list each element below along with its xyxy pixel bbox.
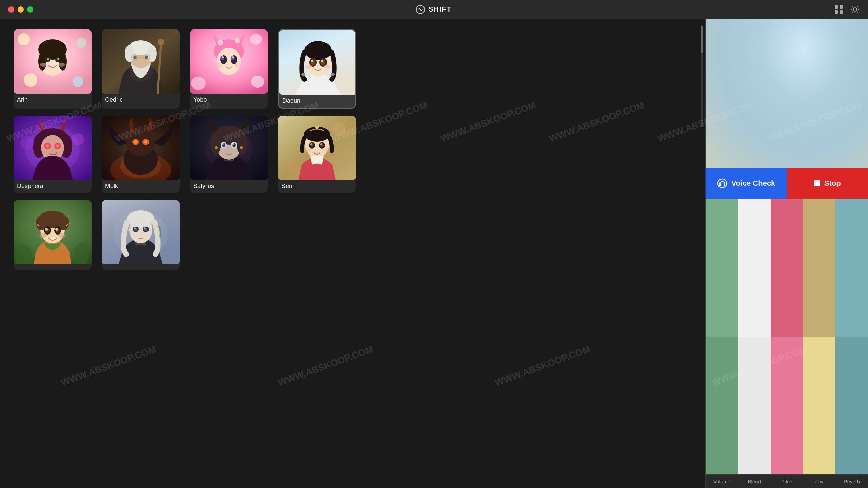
- svg-point-78: [20, 136, 34, 149]
- svg-rect-178: [724, 183, 725, 186]
- color-joy-2[interactable]: [803, 337, 835, 474]
- svg-point-144: [127, 229, 129, 231]
- svg-point-168: [794, 77, 807, 92]
- character-name-cedric: Cedric: [102, 94, 180, 107]
- svg-point-76: [46, 144, 49, 148]
- svg-rect-147: [801, 19, 868, 114]
- scrollbar-thumb[interactable]: [701, 26, 703, 53]
- stop-icon: [814, 180, 820, 186]
- headphone-icon: [717, 178, 727, 188]
- color-volume-1[interactable]: [706, 199, 738, 337]
- color-blend-2[interactable]: [738, 337, 771, 474]
- svg-point-94: [237, 132, 248, 155]
- main-layout: Arin: [0, 19, 868, 488]
- character-card-elf1[interactable]: [14, 200, 92, 270]
- app-title-area: SHIFT: [416, 5, 452, 14]
- character-name-elf1: [14, 264, 92, 270]
- svg-point-9: [24, 73, 37, 87]
- svg-point-175: [813, 80, 821, 90]
- svg-point-77: [56, 144, 59, 148]
- svg-point-20: [58, 63, 65, 67]
- color-pitch-2[interactable]: [771, 337, 803, 474]
- character-card-yobo[interactable]: Yobo: [190, 29, 268, 109]
- character-name-molk: Molk: [102, 180, 180, 193]
- svg-point-35: [191, 77, 206, 90]
- color-pitch-1[interactable]: [771, 199, 803, 337]
- svg-point-135: [127, 210, 154, 227]
- molk-image: [102, 116, 180, 180]
- character-card-arin[interactable]: Arin: [14, 29, 92, 109]
- stop-button[interactable]: Stop: [787, 168, 868, 199]
- svg-point-87: [134, 140, 137, 144]
- svg-point-165: [768, 78, 774, 84]
- svg-point-58: [301, 73, 305, 76]
- elf1-image: [14, 200, 92, 264]
- arin-image: [14, 29, 92, 94]
- character-card-satyrus[interactable]: Satyrus: [190, 116, 268, 193]
- svg-point-104: [332, 122, 346, 136]
- voice-check-button[interactable]: Voice Check: [706, 168, 787, 199]
- svg-point-130: [39, 233, 47, 238]
- svg-point-84: [126, 129, 155, 156]
- svg-point-14: [59, 52, 67, 71]
- action-buttons: Voice Check Stop: [706, 168, 868, 199]
- character-card-cedric[interactable]: Cedric: [102, 29, 180, 109]
- color-joy-1[interactable]: [803, 199, 835, 337]
- svg-point-114: [320, 143, 322, 145]
- character-grid-container[interactable]: Arin: [0, 19, 698, 488]
- character-card-serin[interactable]: Serin: [278, 116, 356, 193]
- label-blend: Blend: [738, 475, 771, 488]
- character-card-molk[interactable]: Molk: [102, 116, 180, 193]
- svg-point-173: [803, 92, 818, 101]
- daeun-image: [279, 30, 356, 95]
- svg-point-51: [222, 56, 224, 58]
- svg-point-172: [756, 92, 771, 101]
- color-blend-1[interactable]: [738, 199, 771, 337]
- svg-rect-4: [840, 10, 843, 14]
- svg-rect-1: [835, 5, 838, 9]
- grid-view-icon[interactable]: [834, 5, 844, 14]
- svg-point-13: [38, 52, 46, 71]
- minimize-button[interactable]: [18, 6, 24, 13]
- svg-point-108: [315, 126, 319, 129]
- svg-point-10: [73, 76, 83, 87]
- scrollbar-track-bg: [701, 26, 703, 127]
- svg-point-5: [853, 8, 857, 11]
- svg-rect-148: [804, 22, 833, 110]
- scrollbar-track[interactable]: [698, 19, 705, 488]
- color-volume-2[interactable]: [706, 337, 738, 474]
- label-reverb: Reverb: [835, 475, 868, 488]
- svg-point-44: [219, 41, 222, 44]
- settings-icon[interactable]: [850, 5, 860, 14]
- svg-point-171: [801, 84, 804, 87]
- svg-point-169: [796, 79, 805, 89]
- character-card-daeun[interactable]: Daeun: [278, 29, 356, 109]
- svg-point-143: [144, 227, 146, 229]
- svg-point-102: [240, 146, 243, 149]
- svg-rect-152: [718, 75, 723, 87]
- serin-image: [278, 116, 356, 180]
- svg-point-8: [76, 38, 86, 48]
- svg-point-52: [232, 56, 234, 58]
- svg-point-166: [774, 84, 777, 87]
- svg-point-53: [215, 63, 223, 68]
- satyrus-image: [190, 116, 268, 180]
- character-grid: Arin: [14, 29, 685, 270]
- svg-point-101: [215, 146, 218, 149]
- svg-point-174: [753, 80, 761, 90]
- svg-point-17: [47, 58, 49, 60]
- close-button[interactable]: [8, 6, 14, 13]
- right-panel: Voice Check Stop Volume Blend: [705, 19, 868, 488]
- svg-point-65: [321, 60, 323, 62]
- character-card-desphera[interactable]: Desphera: [14, 116, 92, 193]
- color-reverb-2[interactable]: [835, 337, 868, 474]
- character-name-elf2: [102, 264, 180, 270]
- maximize-button[interactable]: [27, 6, 33, 13]
- svg-point-30: [133, 56, 137, 59]
- character-card-elf2[interactable]: [102, 200, 180, 270]
- svg-point-113: [310, 143, 312, 145]
- svg-rect-151: [712, 73, 718, 87]
- cedric-image: [102, 29, 180, 94]
- character-name-satyrus: Satyrus: [190, 180, 268, 193]
- color-reverb-1[interactable]: [835, 199, 868, 337]
